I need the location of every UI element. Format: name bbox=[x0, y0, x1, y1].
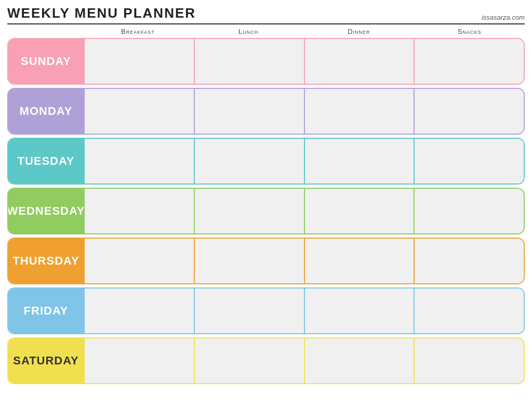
meal-cell-friday-snacks[interactable] bbox=[414, 289, 524, 333]
meal-cell-sunday-breakfast[interactable] bbox=[84, 39, 194, 84]
day-label-tuesday: Tuesday bbox=[8, 139, 84, 184]
day-row-saturday: Saturday bbox=[7, 337, 525, 384]
col-breakfast: Breakfast bbox=[83, 28, 193, 35]
day-row-monday: Monday bbox=[7, 88, 525, 135]
meal-cell-tuesday-lunch[interactable] bbox=[194, 139, 304, 184]
meal-cell-thursday-lunch[interactable] bbox=[194, 239, 304, 283]
col-empty bbox=[7, 28, 83, 35]
day-label-friday: Friday bbox=[8, 289, 84, 333]
meal-cell-tuesday-snacks[interactable] bbox=[414, 139, 524, 184]
website-label: issasarza.com bbox=[482, 14, 525, 21]
column-headers: Breakfast Lunch Dinner Snacks bbox=[7, 28, 525, 35]
meal-cell-friday-lunch[interactable] bbox=[194, 289, 304, 333]
meal-cell-saturday-snacks[interactable] bbox=[414, 338, 524, 383]
day-label-saturday: Saturday bbox=[8, 338, 84, 383]
meal-cell-tuesday-dinner[interactable] bbox=[304, 139, 414, 184]
meal-cell-sunday-lunch[interactable] bbox=[194, 39, 304, 84]
app-title: Weekly Menu Planner bbox=[7, 5, 196, 21]
meal-cell-sunday-snacks[interactable] bbox=[414, 39, 524, 84]
meal-cell-wednesday-breakfast[interactable] bbox=[84, 189, 194, 233]
meal-cell-wednesday-snacks[interactable] bbox=[414, 189, 524, 233]
day-label-monday: Monday bbox=[8, 89, 84, 134]
meal-cell-monday-breakfast[interactable] bbox=[84, 89, 194, 134]
meal-cell-wednesday-lunch[interactable] bbox=[194, 189, 304, 233]
meal-cell-saturday-breakfast[interactable] bbox=[84, 338, 194, 383]
meal-cell-thursday-dinner[interactable] bbox=[304, 239, 414, 283]
col-snacks: Snacks bbox=[414, 28, 525, 35]
meal-cell-monday-snacks[interactable] bbox=[414, 89, 524, 134]
meal-cell-saturday-lunch[interactable] bbox=[194, 338, 304, 383]
app-container: Weekly Menu Planner issasarza.com Breakf… bbox=[7, 5, 525, 384]
meal-cell-thursday-snacks[interactable] bbox=[414, 239, 524, 283]
day-row-wednesday: Wednesday bbox=[7, 188, 525, 234]
day-label-sunday: Sunday bbox=[8, 39, 84, 84]
day-label-wednesday: Wednesday bbox=[8, 189, 84, 233]
meal-cell-thursday-breakfast[interactable] bbox=[84, 239, 194, 283]
meal-cell-friday-breakfast[interactable] bbox=[84, 289, 194, 333]
meal-cell-monday-dinner[interactable] bbox=[304, 89, 414, 134]
meal-cell-monday-lunch[interactable] bbox=[194, 89, 304, 134]
header: Weekly Menu Planner issasarza.com bbox=[7, 5, 525, 24]
day-row-friday: Friday bbox=[7, 287, 525, 334]
day-row-tuesday: Tuesday bbox=[7, 138, 525, 185]
meal-cell-sunday-dinner[interactable] bbox=[304, 39, 414, 84]
meal-cell-saturday-dinner[interactable] bbox=[304, 338, 414, 383]
col-dinner: Dinner bbox=[304, 28, 415, 35]
day-label-thursday: Thursday bbox=[8, 239, 84, 283]
meal-cell-friday-dinner[interactable] bbox=[304, 289, 414, 333]
col-lunch: Lunch bbox=[193, 28, 304, 35]
meal-cell-wednesday-dinner[interactable] bbox=[304, 189, 414, 233]
meal-cell-tuesday-breakfast[interactable] bbox=[84, 139, 194, 184]
day-row-thursday: Thursday bbox=[7, 238, 525, 284]
day-row-sunday: Sunday bbox=[7, 38, 525, 85]
planner-grid: SundayMondayTuesdayWednesdayThursdayFrid… bbox=[7, 38, 525, 384]
